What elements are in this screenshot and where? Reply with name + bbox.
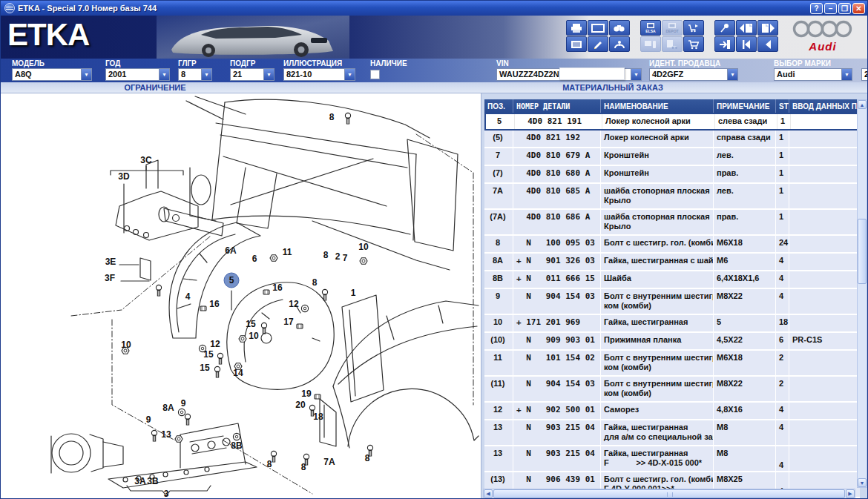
diagram-callout-3E[interactable]: 3E bbox=[105, 257, 116, 267]
diagram-callout-10[interactable]: 10 bbox=[121, 340, 131, 350]
table-row[interactable]: (10) N 909 903 01Прижимная планка4,5X226… bbox=[484, 333, 860, 351]
table-row[interactable]: 7 4D0 810 679 AКронштейнлев.1 bbox=[484, 148, 860, 166]
dropdown-arrow-icon[interactable]: ▼ bbox=[631, 69, 641, 80]
column-header[interactable]: НОМЕР ДЕТАЛИ bbox=[513, 99, 600, 113]
vertical-scroll-thumb[interactable] bbox=[858, 219, 867, 284]
diagram-callout-17[interactable]: 17 bbox=[283, 317, 294, 327]
diagram-callout-1[interactable]: 1 bbox=[351, 288, 356, 298]
filter-dropdown[interactable]: 2001▼ bbox=[105, 68, 170, 81]
diagram-callout-19[interactable]: 19 bbox=[301, 389, 312, 399]
column-header[interactable]: ВВОД ДАННЫХ ПО bbox=[789, 99, 860, 113]
first-page-button[interactable] bbox=[736, 36, 757, 52]
diagram-callout-20[interactable]: 20 bbox=[295, 400, 306, 410]
dropdown-arrow-icon[interactable]: ▼ bbox=[159, 69, 169, 80]
diagram-callout-10[interactable]: 10 bbox=[358, 242, 369, 252]
diagram-callout-10[interactable]: 10 bbox=[249, 331, 259, 341]
back-button[interactable] bbox=[757, 36, 778, 52]
diagram-callout-5[interactable]: 5 bbox=[229, 275, 234, 285]
diagram-callout-7[interactable]: 7 bbox=[343, 253, 348, 263]
vertical-scrollbar[interactable]: ▲ ▼ bbox=[857, 99, 867, 488]
diagram-callout-6A[interactable]: 6A bbox=[225, 245, 237, 256]
tab-restriction[interactable]: ОГРАНИЧЕНИЕ bbox=[124, 83, 185, 92]
scroll-up-icon[interactable]: ▲ bbox=[858, 100, 867, 109]
maximize-button[interactable]: ❐ bbox=[838, 3, 851, 14]
tab-material-order[interactable]: МАТЕРИАЛЬНЫЙ ЗАКАЗ bbox=[562, 83, 663, 92]
dropdown-arrow-icon[interactable]: ▼ bbox=[263, 69, 274, 80]
table-row[interactable]: 13 N 903 215 04Гайка, шестигранная для а… bbox=[484, 420, 860, 446]
horizontal-scrollbar[interactable]: ◀ ▶ bbox=[483, 489, 855, 499]
cart-exchange-button[interactable] bbox=[683, 20, 704, 36]
table-row[interactable]: 8B+ N 011 666 15Шайба6,4X18X1,64 bbox=[484, 271, 860, 289]
table-row[interactable]: 5 4D0 821 191Локер колесной аркислева сз… bbox=[484, 113, 860, 130]
exit-button[interactable] bbox=[714, 36, 735, 52]
diagram-callout-3D[interactable]: 3D bbox=[118, 171, 130, 182]
dropdown-arrow-icon[interactable]: ▼ bbox=[201, 69, 211, 80]
diagram-callout-4[interactable]: 4 bbox=[185, 291, 191, 302]
table-row[interactable]: 8A+ N 901 326 03Гайка, шестигранная с ша… bbox=[484, 254, 860, 271]
column-header[interactable]: НАИМЕНОВАНИЕ bbox=[600, 99, 713, 113]
depot-button[interactable]: DEPOT bbox=[662, 20, 683, 36]
list-button[interactable] bbox=[566, 36, 587, 52]
parts-diagram[interactable]: 3C3D3E3F86A61110827814165161217151010121… bbox=[1, 93, 481, 499]
diagram-callout-15[interactable]: 15 bbox=[203, 349, 214, 360]
dropdown-arrow-icon[interactable]: ▼ bbox=[841, 69, 852, 80]
scroll-right-icon[interactable]: ▶ bbox=[846, 489, 855, 498]
table-row[interactable]: 10+ 171 201 969Гайка, шестигранная518 bbox=[484, 315, 860, 333]
diagram-callout-8[interactable]: 8 bbox=[267, 459, 272, 469]
diagram-callout-15[interactable]: 15 bbox=[246, 319, 256, 329]
column-header[interactable]: ПОЗ. bbox=[484, 99, 513, 113]
dropdown-arrow-icon[interactable]: ▼ bbox=[344, 69, 355, 80]
filter-dropdown[interactable]: A8Q▼ bbox=[12, 68, 92, 81]
help-button[interactable]: ? bbox=[810, 3, 823, 14]
horizontal-scroll-thumb[interactable] bbox=[493, 489, 845, 498]
minimize-button[interactable]: – bbox=[824, 3, 837, 14]
car-hoist-button[interactable] bbox=[609, 36, 630, 52]
table-row[interactable]: 11 N 101 154 02Болт с внутренним шестигр… bbox=[484, 351, 860, 377]
diagram-callout-8[interactable]: 8 bbox=[312, 277, 318, 288]
table-row[interactable]: (7A) 4D0 810 686 Aшайба стопорная плоска… bbox=[484, 210, 860, 236]
diagram-callout-9[interactable]: 9 bbox=[181, 398, 186, 409]
pin-button[interactable] bbox=[714, 20, 735, 36]
diagram-callout-9[interactable]: 9 bbox=[146, 414, 151, 425]
page-next-button[interactable] bbox=[757, 20, 778, 36]
filter-dropdown[interactable]: 21▼ bbox=[230, 68, 274, 81]
page-prev-button[interactable] bbox=[736, 20, 757, 36]
diagram-callout-8[interactable]: 8 bbox=[323, 250, 329, 260]
table-row[interactable]: 7A 4D0 810 685 Aшайба стопорная плоская … bbox=[484, 184, 860, 210]
diagram-callout-3B[interactable]: 3B bbox=[147, 476, 159, 486]
diagram-callout-12[interactable]: 12 bbox=[210, 339, 220, 349]
edit-pencil-button[interactable] bbox=[588, 36, 608, 52]
availability-checkbox[interactable] bbox=[370, 70, 380, 79]
dropdown-arrow-icon[interactable]: ▼ bbox=[727, 69, 737, 80]
diagram-callout-11[interactable]: 11 bbox=[283, 247, 292, 257]
diagram-callout-3A[interactable]: 3A bbox=[134, 476, 146, 486]
diagram-callout-14[interactable]: 14 bbox=[233, 368, 243, 378]
table-row[interactable]: 13 N 903 215 04Гайка, шестигранная F >> … bbox=[484, 446, 860, 472]
diagram-callout-2[interactable]: 2 bbox=[335, 251, 341, 262]
elsa-button[interactable]: ELSA bbox=[640, 20, 661, 36]
filter-dropdown[interactable]: WAUZZZ4DZ2N▼ bbox=[496, 68, 642, 81]
scroll-left-icon[interactable]: ◀ bbox=[484, 489, 493, 498]
print-button[interactable] bbox=[566, 20, 587, 36]
diagram-callout-8[interactable]: 8 bbox=[329, 112, 335, 122]
filter-dropdown[interactable]: 821-10▼ bbox=[283, 68, 355, 81]
diagram-callout-8[interactable]: 8 bbox=[365, 453, 370, 463]
filter-dropdown[interactable]: 8▼ bbox=[178, 68, 212, 81]
table-row[interactable]: (5) 4D0 821 192Локер колесной аркисправа… bbox=[484, 130, 860, 148]
diagram-callout-12[interactable]: 12 bbox=[289, 299, 299, 309]
docs-car-button[interactable] bbox=[662, 36, 683, 52]
filter-dropdown[interactable]: 4D2GFZ▼ bbox=[649, 68, 738, 81]
diagram-callout-8A[interactable]: 8A bbox=[162, 403, 174, 413]
monitor-phone-button[interactable] bbox=[640, 36, 661, 52]
search-binoculars-button[interactable] bbox=[609, 20, 630, 36]
filter-dropdown[interactable]: Audi▼ bbox=[774, 68, 852, 81]
scroll-down-icon[interactable]: ▼ bbox=[858, 478, 867, 487]
diagram-callout-15[interactable]: 15 bbox=[200, 363, 210, 373]
diagram-callout-18[interactable]: 18 bbox=[313, 412, 323, 422]
table-row[interactable]: (11) N 904 154 03Болт с внутренним шести… bbox=[484, 377, 860, 403]
diagram-callout-8B[interactable]: 8B bbox=[231, 440, 243, 451]
diagram-callout-13[interactable]: 13 bbox=[161, 429, 171, 440]
cart-button[interactable] bbox=[683, 36, 704, 52]
column-header[interactable]: ПРИМЕЧАНИЕ bbox=[713, 99, 775, 113]
diagram-callout-7A[interactable]: 7A bbox=[323, 457, 335, 467]
